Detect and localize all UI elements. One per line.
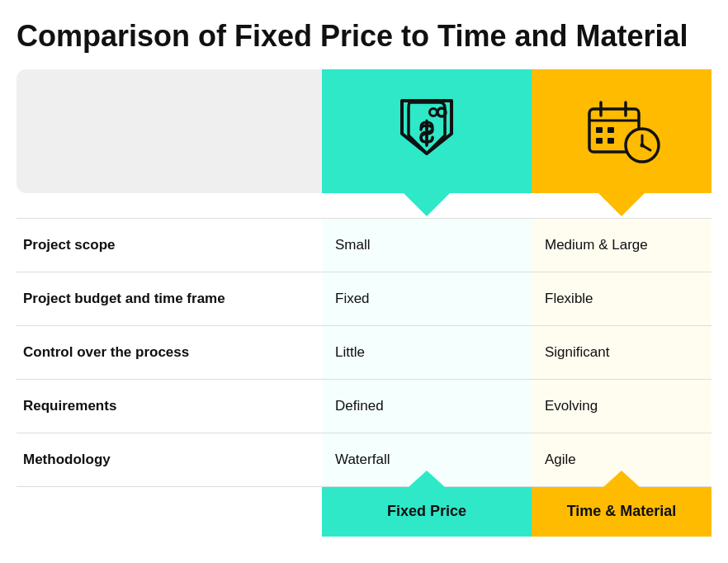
row-tm-scope: Medium & Large (532, 219, 711, 272)
row-label-methodology: Methodology (17, 433, 322, 486)
row-tm-requirements: Evolving (532, 380, 711, 433)
price-tag-svg (394, 94, 460, 168)
footer-row: Fixed Price Time & Material (17, 487, 711, 537)
footer-label-col (17, 487, 322, 537)
footer-tm-label: Time & Material (567, 503, 677, 520)
svg-point-2 (430, 108, 437, 116)
page-wrapper: Comparison of Fixed Price to Time and Ma… (0, 0, 728, 563)
header-label-col (17, 69, 322, 193)
table-row: Project budget and time frame Fixed Flex… (17, 272, 711, 326)
row-tm-budget: Flexible (532, 272, 711, 325)
row-fp-requirements: Defined (322, 380, 532, 433)
footer-fp-label: Fixed Price (387, 503, 466, 520)
svg-rect-10 (596, 138, 603, 144)
row-label-requirements: Requirements (17, 380, 322, 433)
header-fp-col (322, 69, 532, 193)
table-row: Requirements Defined Evolving (17, 380, 711, 433)
svg-rect-9 (607, 127, 614, 133)
row-label-scope: Project scope (17, 219, 322, 272)
svg-rect-11 (607, 138, 614, 144)
table-row: Control over the process Little Signific… (17, 326, 711, 380)
row-fp-budget: Fixed (322, 272, 532, 325)
table-row: Project scope Small Medium & Large (17, 218, 711, 272)
row-label-budget: Project budget and time frame (17, 272, 322, 325)
row-tm-control: Significant (532, 326, 711, 379)
page-title: Comparison of Fixed Price to Time and Ma… (17, 20, 711, 53)
header-row (17, 69, 711, 193)
svg-point-15 (640, 143, 644, 147)
footer-tm-col: Time & Material (532, 487, 711, 537)
data-rows: Project scope Small Medium & Large Proje… (17, 218, 711, 487)
calendar-clock-icon (583, 94, 661, 168)
comparison-table: Project scope Small Medium & Large Proje… (17, 69, 711, 537)
row-fp-control: Little (322, 326, 532, 379)
svg-rect-8 (596, 127, 603, 133)
row-label-control: Control over the process (17, 326, 322, 379)
footer-fp-col: Fixed Price (322, 487, 532, 537)
row-fp-scope: Small (322, 219, 532, 272)
header-tm-col (532, 69, 711, 193)
